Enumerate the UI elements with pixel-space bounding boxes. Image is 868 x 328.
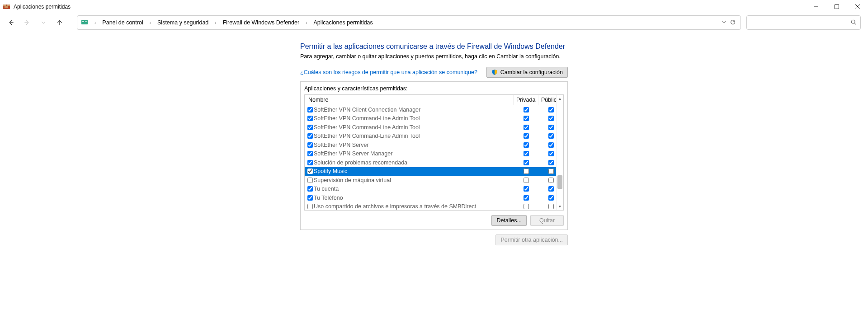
checkbox[interactable] [524, 204, 529, 209]
checkbox[interactable] [307, 116, 313, 121]
search-icon[interactable] [850, 19, 857, 27]
checkbox[interactable] [307, 107, 313, 112]
change-settings-button[interactable]: Cambiar la configuración [486, 67, 568, 78]
checkbox[interactable] [548, 151, 554, 156]
page-subtext: Para agregar, cambiar o quitar aplicacio… [300, 53, 568, 60]
apps-list[interactable]: Nombre Privada Pública SoftEther VPN Cli… [304, 94, 564, 211]
table-row[interactable]: Solución de problemas recomendada [305, 158, 563, 167]
app-name-label: Solución de problemas recomendada [314, 159, 407, 166]
back-button[interactable] [4, 15, 18, 30]
minimize-button[interactable] [806, 0, 826, 14]
address-bar[interactable]: › Panel de control › Sistema y seguridad… [77, 15, 741, 30]
checkbox[interactable] [548, 160, 554, 165]
column-header-private[interactable]: Privada [514, 95, 538, 105]
checkbox[interactable] [524, 178, 529, 183]
checkbox[interactable] [307, 151, 313, 156]
allow-other-app-button[interactable]: Permitir otra aplicación... [495, 234, 568, 245]
checkbox[interactable] [548, 195, 554, 201]
risks-link[interactable]: ¿Cuáles son los riesgos de permitir que … [300, 69, 482, 75]
checkbox[interactable] [307, 160, 313, 165]
chevron-right-icon: › [212, 20, 219, 25]
remove-button[interactable]: Quitar [530, 215, 564, 226]
checkbox[interactable] [548, 186, 554, 192]
table-row[interactable]: SoftEther VPN Command-Line Admin Tool [305, 123, 563, 132]
checkbox[interactable] [307, 125, 313, 130]
table-row[interactable]: Uso compartido de archivos e impresoras … [305, 202, 563, 211]
list-header: Nombre Privada Pública [305, 95, 563, 105]
checkbox[interactable] [548, 169, 554, 174]
app-name-label: SoftEther VPN Client Connection Manager [314, 107, 420, 113]
svg-rect-12 [82, 21, 84, 22]
refresh-icon[interactable] [730, 19, 736, 27]
checkbox[interactable] [548, 133, 554, 139]
shield-icon [491, 69, 498, 75]
app-name-label: SoftEther VPN Server [314, 142, 369, 148]
checkbox[interactable] [524, 133, 529, 139]
table-row[interactable]: SoftEther VPN Command-Line Admin Tool [305, 132, 563, 141]
recent-locations-button[interactable] [36, 15, 51, 30]
scrollbar-thumb[interactable] [557, 175, 562, 189]
scroll-up-icon[interactable]: ▲ [557, 95, 563, 102]
table-row[interactable]: Tu cuenta [305, 185, 563, 194]
checkbox[interactable] [548, 107, 554, 112]
chevron-down-icon[interactable] [721, 19, 727, 27]
svg-rect-3 [5, 6, 8, 8]
table-row[interactable]: Spotify Music [305, 167, 563, 176]
change-settings-label: Cambiar la configuración [500, 69, 563, 75]
checkbox[interactable] [524, 107, 529, 112]
checkbox[interactable] [548, 204, 554, 209]
checkbox[interactable] [524, 160, 529, 165]
checkbox[interactable] [307, 133, 313, 139]
column-header-name[interactable]: Nombre [305, 95, 514, 105]
breadcrumb-item[interactable]: Firewall de Windows Defender [221, 19, 302, 27]
checkbox[interactable] [548, 142, 554, 148]
breadcrumb-item[interactable]: Aplicaciones permitidas [312, 19, 375, 27]
checkbox[interactable] [548, 178, 554, 183]
table-row[interactable]: SoftEther VPN Server [305, 141, 563, 150]
search-box[interactable] [746, 15, 861, 30]
details-button[interactable]: Detalles... [491, 215, 527, 226]
chevron-right-icon: › [303, 20, 310, 25]
vertical-scrollbar[interactable]: ▲ ▼ [556, 95, 563, 210]
forward-button[interactable] [20, 15, 34, 30]
maximize-button[interactable] [826, 0, 847, 14]
checkbox[interactable] [524, 116, 529, 121]
checkbox[interactable] [307, 169, 313, 174]
page-heading: Permitir a las aplicaciones comunicarse … [300, 42, 568, 51]
table-row[interactable]: SoftEther VPN Client Connection Manager [305, 105, 563, 114]
up-button[interactable] [52, 15, 67, 30]
chevron-right-icon: › [147, 20, 154, 25]
checkbox[interactable] [524, 142, 529, 148]
checkbox[interactable] [524, 151, 529, 156]
app-name-label: SoftEther VPN Command-Line Admin Tool [314, 115, 420, 122]
checkbox[interactable] [548, 116, 554, 121]
checkbox[interactable] [524, 169, 529, 174]
checkbox[interactable] [548, 125, 554, 130]
close-button[interactable] [847, 0, 868, 14]
table-row[interactable]: SoftEther VPN Command-Line Admin Tool [305, 114, 563, 123]
content-area: Permitir a las aplicaciones comunicarse … [0, 32, 868, 245]
allowed-apps-groupbox: Aplicaciones y características permitida… [300, 81, 568, 230]
svg-point-14 [851, 20, 855, 23]
window-title: Aplicaciones permitidas [14, 4, 71, 10]
checkbox[interactable] [524, 186, 529, 192]
checkbox[interactable] [307, 195, 313, 201]
table-row[interactable]: Tu Teléfono [305, 193, 563, 202]
svg-rect-1 [3, 5, 6, 6]
app-name-label: Tu cuenta [314, 186, 339, 192]
breadcrumb-item[interactable]: Panel de control [100, 19, 145, 27]
checkbox[interactable] [524, 125, 529, 130]
navbar: › Panel de control › Sistema y seguridad… [0, 14, 868, 32]
checkbox[interactable] [307, 186, 313, 192]
svg-rect-2 [7, 5, 10, 6]
search-input[interactable] [750, 19, 850, 26]
breadcrumb-item[interactable]: Sistema y seguridad [156, 19, 210, 27]
checkbox[interactable] [307, 142, 313, 148]
table-row[interactable]: Supervisión de máquina virtual [305, 176, 563, 185]
checkbox[interactable] [307, 204, 313, 209]
checkbox[interactable] [307, 178, 313, 183]
scroll-down-icon[interactable]: ▼ [557, 203, 563, 210]
checkbox[interactable] [524, 195, 529, 201]
table-row[interactable]: SoftEther VPN Server Manager [305, 150, 563, 159]
groupbox-label: Aplicaciones y características permitida… [304, 85, 564, 92]
